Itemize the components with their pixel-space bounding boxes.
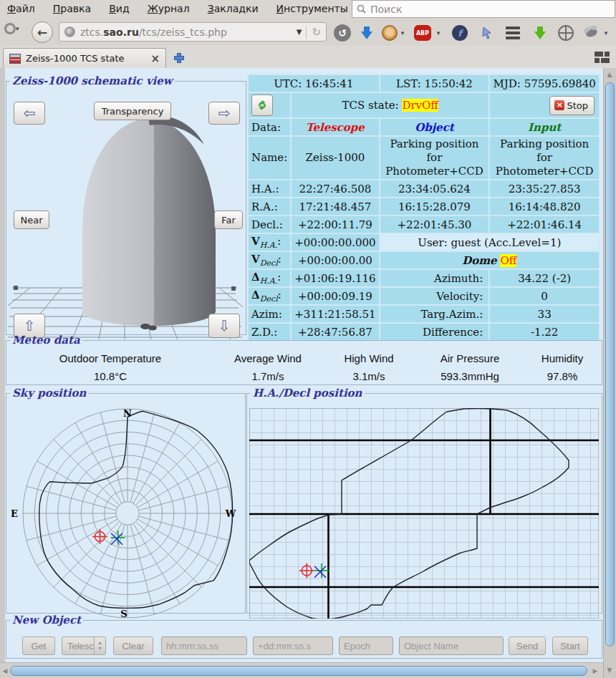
menu-file[interactable]: Файл [0,0,42,14]
dome-target-azimuth: 33 [490,306,599,322]
menu-history[interactable]: Журнал [140,0,197,14]
telescope-name: Zeiss-1000 [292,137,378,179]
tab-close-icon[interactable]: × [150,52,160,65]
sky-legend: Sky position [10,388,88,398]
stop-button[interactable]: × Stop [549,96,595,115]
web-developer-icon[interactable] [557,24,574,42]
table-row-ddecl: ΔDecl: +00:00:09.19 Velocity: 0 [249,288,599,304]
search-input[interactable]: Поиск [352,0,615,18]
scroll-up-icon[interactable]: ▲ [605,71,615,78]
site-identity-icon[interactable] [64,26,75,37]
meteo-header: Humidity [524,349,600,368]
session-restore-icon[interactable]: ▾ [4,23,19,34]
dome-velocity: 0 [490,288,599,304]
transparency-button[interactable]: Transparency [94,102,171,120]
sky-horizon-limit-curve [39,411,233,608]
page-content: Zeiss-1000 schematic view [0,68,603,662]
column-input: Input [490,119,599,135]
tab-favicon [9,54,21,64]
hadecl-legend: H.A./Decl position [251,388,365,398]
tab-bar: Zeiss-1000 TCS state × [0,46,616,69]
sky-position-panel: Sky position N S E W [6,388,246,614]
epoch-input[interactable] [339,636,393,655]
rotate-left-button[interactable]: ⇦ [14,102,45,125]
meteo-panel: Meteo data Outdoor Temperature Average W… [6,335,602,385]
greasemonkey-dropdown-icon[interactable]: ▾ [398,24,407,42]
url-dropdown-icon[interactable]: ▼ [292,28,307,36]
session-dropdown-icon[interactable]: ▾ [16,25,19,32]
new-tab-button[interactable] [170,50,188,66]
telescope-select[interactable]: Telesc ▲▼ [62,636,106,655]
send-button[interactable]: Send [509,636,546,655]
table-row-vdecl: VDecl: +00:00:00.00 Dome Off [249,252,599,268]
near-button[interactable]: Near [14,210,49,229]
menu-bookmarks[interactable]: Закладки [201,0,266,14]
list-all-tabs-icon[interactable] [595,52,610,63]
left-gutter [0,68,5,662]
down-arrow-icon: ⇩ [218,319,231,333]
input-name: Parking position for Photometer+CCD [490,137,599,179]
greasemonkey-icon[interactable] [381,24,398,42]
reload-icon[interactable]: ↻ [306,26,326,39]
lst-time: LST: 15:50:42 [380,75,489,92]
dome-azimuth: 34.22 (-2) [490,270,599,286]
object-name-input[interactable] [399,636,504,655]
menu-tools[interactable]: Инструменты [269,0,355,14]
spinner-icons[interactable]: ▲▼ [94,637,105,654]
url-bar[interactable]: ztcs.sao.ru/tcs/zeiss_tcs.php ▼ ↻ [59,22,327,42]
far-button[interactable]: Far [214,210,243,229]
tcs-state-value: DrvOff [402,99,438,112]
dome-status: Dome Off [380,252,599,268]
start-button[interactable]: Start [552,636,588,655]
flash-icon[interactable]: f [451,24,468,42]
horizontal-scrollbar-thumb[interactable] [10,666,587,676]
vertical-scrollbar-thumb[interactable] [605,82,615,646]
history-sync-icon[interactable]: ↺ [334,24,351,42]
adblock-icon[interactable]: ABP [414,24,431,42]
vertical-scrollbar[interactable]: ▲ ▼ [603,68,616,678]
rotate-right-button[interactable]: ⇨ [208,102,240,125]
tcs-state-table: UTC: 16:45:41 LST: 15:50:42 MJD: 57595.6… [247,74,600,342]
tab-title: Zeiss-1000 TCS state [26,53,146,64]
firebug-icon[interactable] [583,24,600,42]
meteo-header: Average Wind [213,349,322,368]
object-name: Parking position for Photometer+CCD [380,137,489,179]
tilt-down-button[interactable]: ⇩ [208,314,240,338]
meteo-grid: Outdoor Temperature Average Wind High Wi… [7,349,600,385]
horizontal-scrollbar[interactable]: ◀ ▶ [0,662,603,678]
table-row-ha: H.A.: 22:27:46.508 23:34:05.624 23:35:27… [249,180,599,197]
air-pressure-value: 593.3mmHg [415,368,524,385]
tcs-state: TCS state: DrvOff [292,93,489,117]
table-row-ra: R.A.: 17:21:48.457 16:15:28.079 16:14:48… [249,198,599,215]
tab-zeiss-tcs[interactable]: Zeiss-1000 TCS state × [3,48,166,68]
schematic-legend: Zeiss-1000 schematic view [10,76,175,86]
clear-button[interactable]: Clear [113,636,153,655]
data-row-label: Data: [249,119,290,135]
refresh-button[interactable] [251,95,273,116]
ra-input[interactable] [161,636,247,655]
download-helper-icon[interactable] [531,24,549,42]
adblock-dropdown-icon[interactable]: ▾ [434,24,443,42]
label-north: N [123,408,132,419]
table-row-dha: ΔH.A.: +01:06:19.116 Azimuth: 34.22 (-2) [249,270,599,286]
column-telescope: Telescope [292,119,378,135]
menu-view[interactable]: Вид [102,0,136,14]
table-row-decl: Decl.: +22:00:11.79 +22:01:45.30 +22:01:… [249,216,599,233]
pointer-tool-icon[interactable] [478,24,496,42]
get-button[interactable]: Get [22,636,55,655]
download-icon[interactable] [358,24,375,42]
scroll-left-icon[interactable]: ◀ [0,667,10,674]
menu-edit[interactable]: Правка [46,0,98,14]
menu-panel-icon[interactable] [504,24,521,42]
dome-shadow-side [154,120,216,326]
column-object: Object [380,119,489,135]
meteo-header: Outdoor Temperature [7,349,213,368]
meteo-header: Air Pressure [415,349,524,368]
url-text: ztcs.sao.ru/tcs/zeiss_tcs.php [80,26,227,38]
back-button[interactable]: ← [32,21,53,43]
dec-input[interactable] [253,636,333,655]
scroll-down-icon[interactable]: ▼ [605,667,615,674]
dome-status-value: Off [500,254,516,267]
firebug-dropdown-icon[interactable]: ▾ [602,24,610,42]
scroll-right-icon[interactable]: ▶ [590,667,600,674]
